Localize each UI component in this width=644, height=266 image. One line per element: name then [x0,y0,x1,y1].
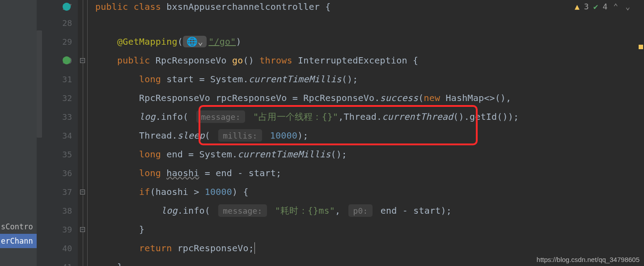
warning-icon: ▲ [575,2,580,11]
code-line: long start = System. currentTimeMillis (… [88,70,644,89]
code-line: log . info ( message: "占用一个线程：{}" , Thre… [88,107,644,126]
code-line: long end = System. currentTimeMillis (); [88,145,644,164]
line-number: 37 [62,187,72,197]
run-gutter-icon[interactable] [63,3,71,11]
line-number: 28 [62,18,72,28]
param-hint: message: [218,204,267,217]
code-line: return rpcResponseVo; [88,239,644,258]
fold-toggle-icon[interactable] [80,58,85,63]
code-editor-root: sContro erChann 27 28 29 30 31 32 33 34 … [0,0,644,266]
line-number: 35 [62,150,72,159]
ok-icon: ✔ [593,2,598,11]
globe-icon[interactable]: 🌐⌄ [183,36,207,47]
line-number: 31 [62,75,72,84]
fold-column [78,0,88,266]
line-number: 39 [62,225,72,234]
line-number: 38 [62,206,72,215]
line-number: 40 [62,244,72,253]
code-editor[interactable]: public class bxsnAppuserchannelcontrolle… [88,0,644,266]
file-item[interactable]: sContro [0,220,37,234]
line-number: 32 [62,93,72,103]
spring-gutter-icon[interactable] [63,56,71,64]
code-line: @GetMapping ( 🌐⌄ "/go" ) [88,32,644,51]
next-problem-button[interactable]: ⌄ [624,2,631,11]
code-line: public RpcResponseVo go () throws Interr… [88,51,644,70]
file-item-selected[interactable]: erChann [0,234,37,248]
watermark-text: https://blog.csdn.net/qq_34798605 [537,256,640,263]
fold-toggle-icon[interactable] [80,190,85,194]
code-line: } [88,220,644,239]
fold-toggle-icon[interactable] [80,227,85,232]
line-number: 29 [62,37,72,46]
ok-count: 4 [602,2,607,11]
line-number: 33 [62,112,72,122]
line-number: 36 [62,169,72,178]
vertical-scrollbar-thumb[interactable] [37,30,42,138]
error-stripe[interactable] [638,0,644,266]
code-line: public class bxsnAppuserchannelcontrolle… [88,0,644,13]
code-line: RpcResponseVo rpcResponseVo = RpcRespons… [88,89,644,107]
line-number: 34 [62,131,72,140]
code-line: Thread. sleep ( millis: 10000 ); [88,126,644,145]
line-number-gutter: 27 28 29 30 31 32 33 34 35 36 37 38 39 4… [37,0,78,266]
warning-marker[interactable] [639,45,643,49]
code-line: log .info( message: "耗时：{}ms" , p0: end … [88,201,644,220]
warning-count: 3 [584,2,589,11]
code-line: if (haoshi > 10000 ) { [88,182,644,201]
prev-problem-button[interactable]: ⌃ [612,2,619,11]
param-hint: p0: [348,204,372,217]
project-file-strip: sContro erChann [0,0,37,266]
param-hint: message: [196,110,245,123]
param-hint: millis: [218,129,262,142]
line-number: 41 [62,262,72,266]
text-caret [254,242,255,254]
inspection-widget[interactable]: ▲ 3 ✔ 4 ⌃ ⌄ [575,2,631,11]
code-line [88,13,644,32]
code-line: long haoshi = end - start; [88,164,644,182]
